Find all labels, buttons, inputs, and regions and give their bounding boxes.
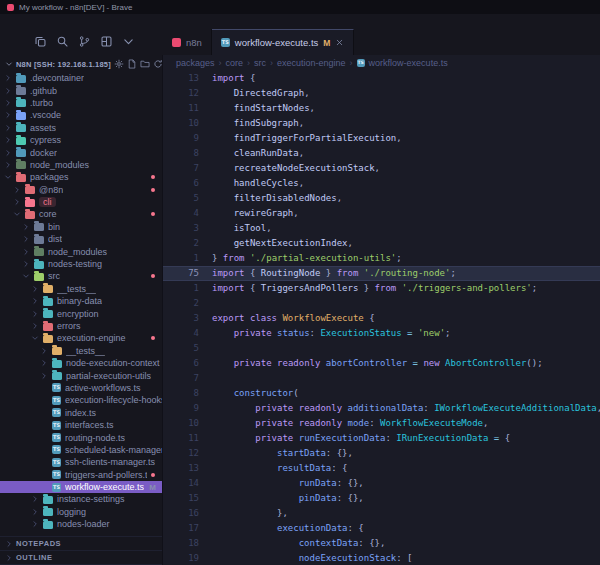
breadcrumb-item-core[interactable]: core (226, 58, 244, 68)
code-line[interactable]: 4 rewireGraph, (163, 206, 600, 221)
tree-item-docker[interactable]: docker (0, 146, 162, 158)
tree-item-label: packages (30, 172, 69, 182)
tree-item-triggers-and-pollers.ts[interactable]: TStriggers-and-pollers.ts (0, 469, 162, 481)
explorer-header[interactable]: N8N [SSH: 192.168.1.185] (0, 55, 162, 72)
tree-item-logging[interactable]: logging (0, 506, 162, 518)
tree-item-scheduled-task-manager.ts[interactable]: TSscheduled-task-manager.ts (0, 444, 162, 456)
tree-item-__tests__[interactable]: __tests__ (0, 345, 162, 357)
source-control-icon[interactable] (78, 35, 91, 48)
gear-icon[interactable] (114, 59, 124, 69)
current-line-number: 75 (163, 266, 212, 281)
refresh-icon[interactable] (153, 59, 162, 69)
tree-item-interfaces.ts[interactable]: TSinterfaces.ts (0, 419, 162, 431)
code-line[interactable]: 13 resultData: { (163, 461, 600, 476)
tree-item-.devcontainer[interactable]: .devcontainer (0, 72, 162, 84)
tree-item-binary-data[interactable]: binary-data (0, 295, 162, 307)
tree-item-active-workflows.ts[interactable]: TSactive-workflows.ts (0, 382, 162, 394)
line-number: 10 (163, 416, 212, 431)
tree-item-nodes-testing[interactable]: nodes-testing (0, 258, 162, 270)
breadcrumb-item-packages[interactable]: packages (176, 58, 215, 68)
code-line[interactable]: 6 private readonly abortController = new… (163, 356, 600, 371)
code-line[interactable]: 10 findSubgraph, (163, 116, 600, 131)
tree-item-@n8n[interactable]: @n8n (0, 184, 162, 196)
code-line[interactable]: 8 cleanRunData, (163, 146, 600, 161)
code-line[interactable]: 3 isTool, (163, 221, 600, 236)
code-line[interactable]: 15 pinData: {}, (163, 491, 600, 506)
copy-icon[interactable] (34, 35, 47, 48)
tree-item-partial-execution-utils[interactable]: partial-execution-utils (0, 369, 162, 381)
code-line[interactable]: 1import { TriggersAndPollers } from './t… (163, 281, 600, 296)
tree-item-routing-node.ts[interactable]: TSrouting-node.ts (0, 431, 162, 443)
tree-item-node-execution-context[interactable]: node-execution-context (0, 357, 162, 369)
section-outline[interactable]: OUTLINE (0, 551, 162, 565)
code-line[interactable]: 9 findTriggerForPartialExecution, (163, 131, 600, 146)
tree-item-instance-settings[interactable]: instance-settings (0, 493, 162, 505)
code-line[interactable]: 9 private readonly additionalData: IWork… (163, 401, 600, 416)
tree-item-execution-lifecycle-hooks.ts[interactable]: TSexecution-lifecycle-hooks.ts (0, 394, 162, 406)
code-line[interactable]: 12 startData: {}, (163, 446, 600, 461)
code-line[interactable]: 75import { RoutingNode } from './routing… (163, 266, 600, 281)
tree-item-index.ts[interactable]: TSindex.ts (0, 407, 162, 419)
tree-item-workflow-execute.ts[interactable]: TSworkflow-execute.tsM (0, 481, 162, 493)
tab-workflow-execute.ts[interactable]: TSworkflow-execute.tsM (212, 29, 355, 55)
code-line[interactable]: 13import { (163, 71, 600, 86)
code-line[interactable]: 10 private readonly mode: WorkflowExecut… (163, 416, 600, 431)
chevron-down-icon[interactable] (122, 35, 135, 48)
tree-item-assets[interactable]: assets (0, 122, 162, 134)
tree-item-encryption[interactable]: encryption (0, 307, 162, 319)
line-number: 1 (163, 281, 212, 296)
new-folder-icon[interactable] (140, 59, 150, 69)
tree-item-node_modules[interactable]: node_modules (0, 159, 162, 171)
tree-item-ssh-clients-manager.ts[interactable]: TSssh-clients-manager.ts (0, 456, 162, 468)
layout-grid-icon[interactable] (100, 35, 113, 48)
code-line[interactable]: 6 handleCycles, (163, 176, 600, 191)
breadcrumb-item-execution-engine[interactable]: execution-engine (277, 58, 346, 68)
new-file-icon[interactable] (127, 59, 137, 69)
tree-item-.turbo[interactable]: .turbo (0, 97, 162, 109)
code-line[interactable]: 4 private status: ExecutionStatus = 'new… (163, 326, 600, 341)
code-line[interactable]: 11 findStartNodes, (163, 101, 600, 116)
line-number: 10 (163, 116, 212, 131)
tree-item-.vscode[interactable]: .vscode (0, 109, 162, 121)
code-line[interactable]: 19 nodeExecutionStack: [ (163, 551, 600, 565)
code-line[interactable]: 7 recreateNodeExecutionStack, (163, 161, 600, 176)
line-number: 9 (163, 131, 212, 146)
ts-file-icon: TS (52, 470, 61, 479)
code-line[interactable]: 12 DirectedGraph, (163, 86, 600, 101)
tree-item-bin[interactable]: bin (0, 221, 162, 233)
code-line[interactable]: 5 (163, 341, 600, 356)
code-line[interactable]: 17 executionData: { (163, 521, 600, 536)
code-line[interactable]: 3export class WorkflowExecute { (163, 311, 600, 326)
line-number: 7 (163, 371, 212, 386)
tree-item-errors[interactable]: errors (0, 320, 162, 332)
tree-item-src[interactable]: src (0, 270, 162, 282)
code-line[interactable]: 16 }, (163, 506, 600, 521)
code-line[interactable]: 18 contextData: {}, (163, 536, 600, 551)
tree-item-packages[interactable]: packages (0, 171, 162, 183)
code-line[interactable]: 8 constructor( (163, 386, 600, 401)
search-icon[interactable] (56, 35, 69, 48)
section-notepads[interactable]: NOTEPADS (0, 537, 162, 551)
tree-item-.github[interactable]: .github (0, 84, 162, 96)
close-icon[interactable] (335, 38, 344, 47)
tree-item-execution-engine[interactable]: execution-engine (0, 332, 162, 344)
tree-item-cli[interactable]: cli (0, 196, 162, 208)
breadcrumb-item-src[interactable]: src (254, 58, 266, 68)
tree-item-__tests__[interactable]: __tests__ (0, 283, 162, 295)
breadcrumb-item-workflow-execute.ts[interactable]: workflow-execute.ts (369, 58, 448, 68)
tree-item-core[interactable]: core (0, 208, 162, 220)
tab-n8n[interactable]: n8n (163, 29, 212, 55)
folder-icon (25, 211, 35, 219)
code-line[interactable]: 1} from './partial-execution-utils'; (163, 251, 600, 266)
code-line[interactable]: 2 (163, 296, 600, 311)
code-line[interactable]: 14 runData: {}, (163, 476, 600, 491)
code-line[interactable]: 5 filterDisabledNodes, (163, 191, 600, 206)
code-line[interactable]: 11 private runExecutionData: IRunExecuti… (163, 431, 600, 446)
code-line[interactable]: 7 (163, 371, 600, 386)
code-line[interactable]: 2 getNextExecutionIndex, (163, 236, 600, 251)
line-number: 1 (163, 251, 212, 266)
tree-item-dist[interactable]: dist (0, 233, 162, 245)
tree-item-nodes-loader[interactable]: nodes-loader (0, 518, 162, 530)
tree-item-node_modules[interactable]: node_modules (0, 245, 162, 257)
tree-item-cypress[interactable]: cypress (0, 134, 162, 146)
